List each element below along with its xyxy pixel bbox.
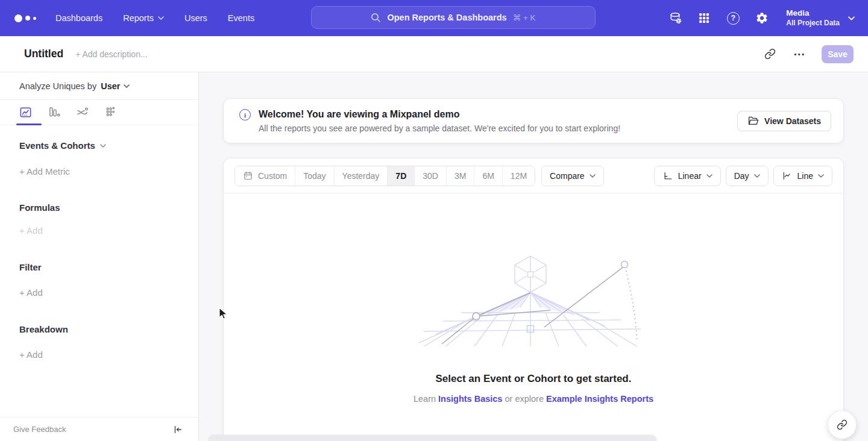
report-actions: ••• Save — [761, 45, 854, 63]
filter-heading: Filter — [19, 262, 179, 272]
view-datasets-button[interactable]: View Datasets — [737, 111, 831, 131]
range-today[interactable]: Today — [295, 166, 334, 186]
empty-state-illustration — [419, 255, 648, 346]
formulas-heading: Formulas — [19, 202, 179, 213]
chevron-down-icon — [754, 174, 760, 178]
example-insights-reports-link[interactable]: Example Insights Reports — [546, 394, 653, 404]
empty-state-hint: Learn Insights Basics or explore Example… — [414, 394, 653, 404]
demo-welcome-banner: i Welcome! You are viewing a Mixpanel de… — [223, 98, 844, 143]
interval-dropdown[interactable]: Day — [726, 166, 769, 186]
range-12m[interactable]: 12M — [503, 166, 535, 186]
analyze-entity-selector[interactable]: User — [101, 81, 130, 91]
project-scope: All Project Data — [786, 19, 840, 28]
calendar-icon — [243, 170, 253, 181]
folder-icon — [747, 116, 759, 126]
search-shortcut: ⌘ + K — [513, 13, 536, 22]
range-custom[interactable]: Custom — [235, 166, 295, 186]
events-cohorts-heading[interactable]: Events & Cohorts — [19, 140, 179, 151]
analyze-uniques-row: Analyze Uniques by User — [0, 72, 198, 100]
chevron-down-icon — [590, 174, 596, 178]
compare-dropdown[interactable]: Compare — [541, 166, 604, 186]
range-30d[interactable]: 30D — [415, 166, 447, 186]
chart-display-controls: Linear Day Line — [654, 166, 832, 186]
project-switcher[interactable]: Media All Project Data — [786, 8, 855, 28]
date-range-segmented-control: Custom Today Yesterday 7D 30D 3M 6M 12M — [234, 166, 535, 186]
nav-events[interactable]: Events — [228, 13, 254, 23]
collapse-sidebar-icon[interactable] — [171, 422, 185, 437]
floating-copy-link-button[interactable] — [828, 410, 857, 439]
settings-gear-icon[interactable] — [755, 11, 769, 25]
link-icon — [837, 419, 848, 430]
chevron-down-icon — [124, 84, 130, 88]
chevron-down-icon — [848, 16, 855, 20]
give-feedback-link[interactable]: Give Feedback — [13, 425, 66, 434]
line-chart-icon — [782, 170, 793, 181]
top-navigation: Dashboards Reports Users Events Open Rep… — [0, 0, 868, 36]
more-options-icon[interactable]: ••• — [791, 46, 808, 63]
sidebar-body: Events & Cohorts + Add Metric Formulas +… — [0, 140, 198, 360]
nav-reports[interactable]: Reports — [123, 13, 164, 23]
sidebar-footer: Give Feedback — [0, 417, 198, 441]
main-content: i Welcome! You are viewing a Mixpanel de… — [199, 72, 868, 441]
chevron-down-icon — [706, 174, 712, 178]
chevron-down-icon — [100, 144, 106, 148]
add-filter-button[interactable]: + Add — [19, 287, 179, 298]
analyze-label: Analyze Uniques by — [19, 81, 96, 91]
chart-controls: Custom Today Yesterday 7D 30D 3M 6M 12M … — [224, 158, 843, 193]
active-tab-underline — [16, 124, 42, 125]
tab-insights-line-chart-icon[interactable] — [18, 105, 33, 120]
range-3m[interactable]: 3M — [447, 166, 474, 186]
save-button[interactable]: Save — [822, 45, 854, 63]
primary-nav: Dashboards Reports Users Events — [55, 13, 254, 23]
report-title[interactable]: Untitled — [24, 48, 63, 60]
add-breakdown-button[interactable]: + Add — [19, 349, 179, 360]
report-header: Untitled + Add description... ••• Save — [0, 36, 868, 72]
scale-dropdown[interactable]: Linear — [654, 166, 721, 186]
chevron-down-icon — [818, 174, 824, 178]
query-builder-sidebar: Analyze Uniques by User Events & Cohorts… — [0, 72, 199, 441]
empty-state: Select an Event or Cohort to get started… — [224, 193, 843, 404]
search-placeholder: Open Reports & Dashboards — [387, 13, 506, 22]
project-name: Media — [786, 8, 840, 19]
chevron-down-icon — [158, 16, 164, 20]
insights-report-card: Custom Today Yesterday 7D 30D 3M 6M 12M … — [223, 158, 844, 441]
add-metric-button[interactable]: + Add Metric — [19, 166, 179, 177]
copy-link-icon[interactable] — [761, 46, 778, 63]
report-type-tabs — [0, 100, 198, 125]
help-icon[interactable]: ? — [726, 11, 740, 25]
breakdown-heading: Breakdown — [19, 324, 179, 334]
chart-type-dropdown[interactable]: Line — [773, 166, 832, 186]
empty-state-title: Select an Event or Cohort to get started… — [436, 373, 632, 385]
range-7d[interactable]: 7D — [388, 166, 415, 186]
bottom-panel-peek[interactable] — [208, 435, 657, 441]
info-icon: i — [239, 109, 251, 120]
banner-subtitle: All the reports you see are powered by a… — [259, 124, 620, 133]
nav-right-cluster: ? Media All Project Data — [668, 0, 855, 36]
range-6m[interactable]: 6M — [474, 166, 502, 186]
nav-users[interactable]: Users — [184, 13, 207, 23]
range-yesterday[interactable]: Yesterday — [335, 166, 388, 186]
add-formula-button[interactable]: + Add — [19, 225, 179, 236]
tab-funnels-bars-icon[interactable] — [46, 105, 61, 120]
tab-retention-dots-icon[interactable] — [103, 105, 118, 120]
apps-grid-icon[interactable] — [697, 11, 711, 25]
report-description-placeholder[interactable]: + Add description... — [75, 49, 147, 59]
insights-basics-link[interactable]: Insights Basics — [438, 394, 502, 404]
global-search-input[interactable]: Open Reports & Dashboards ⌘ + K — [311, 6, 596, 29]
linear-axis-icon — [662, 170, 673, 181]
tab-flows-icon[interactable] — [75, 105, 89, 120]
banner-title: Welcome! You are viewing a Mixpanel demo — [259, 109, 620, 120]
mixpanel-logo[interactable] — [14, 14, 36, 22]
nav-dashboards[interactable]: Dashboards — [55, 13, 102, 23]
search-icon — [371, 13, 381, 23]
data-management-icon[interactable] — [668, 11, 682, 25]
